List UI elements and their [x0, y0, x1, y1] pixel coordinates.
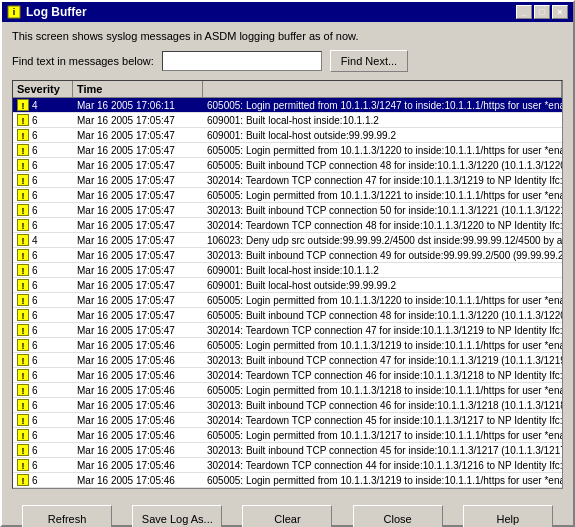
cell-time: Mar 16 2005 17:05:47 [73, 219, 203, 232]
severity-value: 6 [32, 310, 38, 321]
cell-severity: !6 [13, 278, 73, 292]
warning-icon: ! [17, 114, 29, 126]
cell-time: Mar 16 2005 17:05:47 [73, 204, 203, 217]
warning-icon: ! [17, 309, 29, 321]
warning-icon: ! [17, 99, 29, 111]
cell-severity: !6 [13, 203, 73, 217]
severity-value: 6 [32, 415, 38, 426]
table-row[interactable]: !6Mar 16 2005 17:05:47605005: Login perm… [13, 188, 562, 203]
table-row[interactable]: !6Mar 16 2005 17:05:47302014: Teardown T… [13, 218, 562, 233]
table-row[interactable]: !6Mar 16 2005 17:05:47605005: Built inbo… [13, 158, 562, 173]
cell-message: 302014: Teardown TCP connection 47 for i… [203, 324, 562, 337]
table-row[interactable]: !6Mar 16 2005 17:05:46605005: Login perm… [13, 428, 562, 443]
severity-value: 6 [32, 295, 38, 306]
warning-icon: ! [17, 249, 29, 261]
help-button[interactable]: Help [463, 505, 553, 527]
table-row[interactable]: !6Mar 16 2005 17:05:47605005: Built inbo… [13, 308, 562, 323]
severity-value: 6 [32, 130, 38, 141]
table-row[interactable]: !6Mar 16 2005 17:05:47609001: Built loca… [13, 263, 562, 278]
cell-message: 302014: Teardown TCP connection 45 for i… [203, 414, 562, 427]
footer-buttons: Refresh Save Log As... Clear Close Help [2, 497, 573, 527]
cell-time: Mar 16 2005 17:05:46 [73, 429, 203, 442]
window-title: Log Buffer [26, 5, 87, 19]
table-row[interactable]: !6Mar 16 2005 17:05:46605005: Login perm… [13, 383, 562, 398]
cell-message: 302013: Built inbound TCP connection 46 … [203, 399, 562, 412]
warning-icon: ! [17, 474, 29, 486]
cell-severity: !6 [13, 353, 73, 367]
table-row[interactable]: !6Mar 16 2005 17:05:46302013: Built inbo… [13, 353, 562, 368]
table-row[interactable]: !6Mar 16 2005 17:05:47605005: Login perm… [13, 143, 562, 158]
cell-severity: !6 [13, 113, 73, 127]
cell-time: Mar 16 2005 17:05:46 [73, 384, 203, 397]
cell-time: Mar 16 2005 17:05:46 [73, 414, 203, 427]
title-bar-controls: _ □ × [516, 5, 568, 19]
warning-icon: ! [17, 279, 29, 291]
search-input[interactable] [162, 51, 322, 71]
cell-message: 302013: Built inbound TCP connection 50 … [203, 204, 562, 217]
close-button[interactable]: × [552, 5, 568, 19]
severity-value: 6 [32, 265, 38, 276]
table-row[interactable]: !6Mar 16 2005 17:05:47609001: Built loca… [13, 113, 562, 128]
cell-time: Mar 16 2005 17:05:47 [73, 144, 203, 157]
title-bar: i Log Buffer _ □ × [2, 2, 573, 22]
table-row[interactable]: !6Mar 16 2005 17:05:46302013: Built inbo… [13, 398, 562, 413]
cell-severity: !6 [13, 458, 73, 472]
table-row[interactable]: !6Mar 16 2005 17:05:47302014: Teardown T… [13, 323, 562, 338]
warning-icon: ! [17, 174, 29, 186]
warning-icon: ! [17, 414, 29, 426]
table-header: Severity Time [13, 81, 562, 98]
table-row[interactable]: !6Mar 16 2005 17:05:46302014: Teardown T… [13, 368, 562, 383]
cell-message: 302014: Teardown TCP connection 48 for i… [203, 219, 562, 232]
warning-icon: ! [17, 444, 29, 456]
maximize-button[interactable]: □ [534, 5, 550, 19]
warning-icon: ! [17, 399, 29, 411]
table-body[interactable]: !4Mar 16 2005 17:06:11605005: Login perm… [13, 98, 562, 488]
severity-value: 6 [32, 460, 38, 471]
cell-severity: !6 [13, 293, 73, 307]
cell-message: 605005: Login permitted from 10.1.1.3/12… [203, 384, 562, 397]
warning-icon: ! [17, 339, 29, 351]
warning-icon: ! [17, 204, 29, 216]
table-row[interactable]: !4Mar 16 2005 17:05:47106023: Deny udp s… [13, 233, 562, 248]
svg-text:i: i [13, 7, 16, 17]
severity-value: 6 [32, 205, 38, 216]
table-row[interactable]: !4Mar 16 2005 17:06:11605005: Login perm… [13, 98, 562, 113]
severity-value: 6 [32, 355, 38, 366]
table-row[interactable]: !6Mar 16 2005 17:05:46302013: Built inbo… [13, 443, 562, 458]
cell-severity: !6 [13, 398, 73, 412]
warning-icon: ! [17, 189, 29, 201]
cell-message: 302014: Teardown TCP connection 44 for i… [203, 459, 562, 472]
table-row[interactable]: !6Mar 16 2005 17:05:47302013: Built inbo… [13, 248, 562, 263]
find-next-button[interactable]: Find Next... [330, 50, 408, 72]
severity-value: 6 [32, 280, 38, 291]
severity-value: 6 [32, 175, 38, 186]
refresh-button[interactable]: Refresh [22, 505, 112, 527]
close-button[interactable]: Close [353, 505, 443, 527]
table-row[interactable]: !6Mar 16 2005 17:05:47605005: Login perm… [13, 293, 562, 308]
table-row[interactable]: !6Mar 16 2005 17:05:47609001: Built loca… [13, 128, 562, 143]
cell-severity: !6 [13, 188, 73, 202]
warning-icon: ! [17, 219, 29, 231]
severity-value: 6 [32, 340, 38, 351]
table-row[interactable]: !6Mar 16 2005 17:05:47302013: Built inbo… [13, 203, 562, 218]
severity-header: Severity [13, 81, 73, 97]
cell-time: Mar 16 2005 17:05:47 [73, 279, 203, 292]
cell-severity: !6 [13, 248, 73, 262]
table-row[interactable]: !6Mar 16 2005 17:05:47302014: Teardown T… [13, 173, 562, 188]
severity-value: 6 [32, 145, 38, 156]
table-row[interactable]: !6Mar 16 2005 17:05:46605005: Login perm… [13, 473, 562, 488]
cell-time: Mar 16 2005 17:05:46 [73, 474, 203, 487]
clear-button[interactable]: Clear [242, 505, 332, 527]
cell-time: Mar 16 2005 17:06:11 [73, 99, 203, 112]
table-row[interactable]: !6Mar 16 2005 17:05:46605005: Login perm… [13, 338, 562, 353]
table-row[interactable]: !6Mar 16 2005 17:05:46302014: Teardown T… [13, 458, 562, 473]
cell-severity: !6 [13, 173, 73, 187]
cell-message: 605005: Login permitted from 10.1.1.3/12… [203, 429, 562, 442]
severity-value: 6 [32, 190, 38, 201]
cell-severity: !6 [13, 218, 73, 232]
table-row[interactable]: !6Mar 16 2005 17:05:47609001: Built loca… [13, 278, 562, 293]
table-row[interactable]: !6Mar 16 2005 17:05:46302014: Teardown T… [13, 413, 562, 428]
save-log-button[interactable]: Save Log As... [132, 505, 222, 527]
cell-message: 605005: Login permitted from 10.1.1.3/12… [203, 339, 562, 352]
minimize-button[interactable]: _ [516, 5, 532, 19]
